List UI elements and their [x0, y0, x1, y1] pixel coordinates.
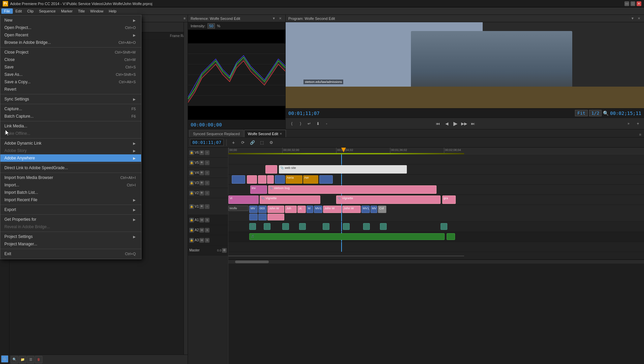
- program-ctrl-mark-in[interactable]: ⟨: [288, 120, 296, 127]
- menu-item-project-manager[interactable]: Project Manager...: [0, 240, 141, 248]
- program-ctrl-add[interactable]: +: [634, 120, 642, 127]
- program-ctrl-play[interactable]: ▶: [451, 120, 459, 127]
- track-s-a1[interactable]: S: [205, 218, 210, 222]
- scrollbar-thumb[interactable]: [235, 261, 269, 263]
- menu-item-import-batch[interactable]: Import Batch List...: [0, 189, 141, 196]
- close-button[interactable]: ✕: [637, 1, 641, 6]
- menu-title[interactable]: Title: [75, 8, 87, 14]
- track-eye-v6[interactable]: 👁: [199, 150, 204, 155]
- menu-item-link-media[interactable]: Link Media...: [0, 122, 141, 130]
- clip-v4-aerial-2[interactable]: Aer: [303, 175, 318, 184]
- clip-v2-vi-pre[interactable]: Vi: [228, 195, 259, 204]
- clip-v1-col[interactable]: Col: [378, 206, 386, 213]
- reference-panel-menu[interactable]: ▼: [271, 16, 277, 21]
- program-panel-menu[interactable]: ▼: [630, 16, 635, 21]
- clip-v1-003[interactable]: 003: [258, 206, 267, 213]
- audio-clip-a1-9[interactable]: [441, 223, 447, 230]
- clip-v4-2[interactable]: [247, 175, 257, 184]
- reference-panel-close[interactable]: ✕: [278, 16, 283, 21]
- track-s-a3[interactable]: S: [205, 238, 210, 243]
- menu-item-open-recent[interactable]: Open Recent ▶: [0, 31, 141, 39]
- ratio-label[interactable]: 1/2: [589, 110, 602, 116]
- clip-v1-mv3[interactable]: MV1_: [361, 206, 370, 213]
- program-ctrl-export[interactable]: ◦: [323, 120, 331, 127]
- track-lock-a2[interactable]: 🔒: [189, 228, 194, 233]
- timeline-scrollbar[interactable]: [228, 260, 644, 264]
- menu-item-import-recent[interactable]: Import Recent File ▶: [0, 196, 141, 204]
- clip-v4-3[interactable]: [258, 175, 266, 184]
- menu-item-new[interactable]: New ▶: [0, 17, 141, 24]
- timeline-panel-menu[interactable]: ≡: [638, 132, 643, 137]
- track-eye-v5[interactable]: 👁: [199, 160, 204, 165]
- track-eye-v1[interactable]: 👁: [199, 204, 204, 209]
- menu-item-close-project[interactable]: Close Project Ctrl+Shift+W: [0, 49, 141, 56]
- menu-window[interactable]: Window: [88, 8, 106, 14]
- clip-v3-inv[interactable]: Inv: [250, 185, 267, 194]
- track-mute-v1[interactable]: ○: [205, 204, 210, 209]
- program-ctrl-step-fwd[interactable]: ⏭: [469, 120, 477, 127]
- clip-website[interactable]: 📎 web site: [279, 165, 407, 174]
- track-lock-v2[interactable]: 🔒: [189, 191, 194, 195]
- menu-help[interactable]: Help: [106, 8, 119, 14]
- menu-item-close[interactable]: Close Ctrl+W: [0, 56, 141, 63]
- menu-item-sync-settings[interactable]: Sync Settings ▶: [0, 95, 141, 103]
- audio-clip-a1-4[interactable]: [299, 223, 306, 230]
- timeline-tracks[interactable]: 00;00 00;00;32;00 00;01;04;02 00;01;36;0…: [228, 148, 644, 364]
- scrollbar-vertical[interactable]: [184, 22, 188, 355]
- menu-marker[interactable]: Marker: [58, 8, 75, 14]
- track-mute-v2[interactable]: ○: [205, 191, 210, 195]
- tool-bottom[interactable]: G: [1, 355, 8, 363]
- clip-v4-5[interactable]: [275, 175, 285, 184]
- clip-vignette-1[interactable]: 📎 Vignette: [260, 195, 320, 204]
- program-ctrl-play-fwd[interactable]: ▶▶: [460, 120, 468, 127]
- track-mute-v3[interactable]: ○: [205, 181, 210, 185]
- track-mute-v5[interactable]: ○: [205, 160, 210, 165]
- menu-item-save[interactable]: Save Ctrl+S: [0, 63, 141, 71]
- program-ctrl-insert[interactable]: ↵: [305, 120, 313, 127]
- track-eye-v3[interactable]: 👁: [199, 181, 204, 185]
- clip-v1-mv2[interactable]: MV1: [314, 206, 322, 213]
- maximize-button[interactable]: □: [631, 1, 635, 6]
- timeline-sync[interactable]: ⟳: [239, 139, 247, 146]
- timeline-timecode[interactable]: 00:01:11;07: [190, 139, 224, 146]
- menu-item-open-project[interactable]: Open Project... Ctrl+O: [0, 24, 141, 31]
- track-lock-v5[interactable]: 🔒: [189, 160, 194, 165]
- intensity-value[interactable]: 50: [207, 23, 215, 29]
- list-btn[interactable]: ☰: [27, 356, 34, 363]
- timeline-settings[interactable]: ⚙: [267, 139, 275, 146]
- clip-v4-aerial-1[interactable]: Aeria: [286, 175, 302, 184]
- track-eye-v2[interactable]: 👁: [199, 191, 204, 195]
- menu-item-batch-capture[interactable]: Batch Capture... F6: [0, 113, 141, 120]
- timeline-nest[interactable]: ⬚: [258, 139, 266, 146]
- menu-item-save-as[interactable]: Save As... Ctrl+Shift+S: [0, 71, 141, 78]
- track-lock-v3[interactable]: 🔒: [189, 181, 194, 185]
- audio-clip-a2-main[interactable]: 🎵: [249, 233, 445, 240]
- program-ctrl-play-back[interactable]: ◀: [443, 120, 451, 127]
- clip-v5-small[interactable]: [265, 165, 277, 174]
- folder-btn[interactable]: 📁: [19, 356, 26, 363]
- menu-item-import[interactable]: Import... Ctrl+I: [0, 181, 141, 189]
- track-eye-v4[interactable]: 👁: [199, 171, 204, 175]
- track-lock-v4[interactable]: 🔒: [189, 171, 194, 175]
- program-ctrl-step-back[interactable]: ⏮: [434, 120, 442, 127]
- program-ctrl-more[interactable]: »: [624, 120, 633, 127]
- menu-sequence[interactable]: Sequence: [36, 8, 59, 14]
- search-btn[interactable]: 🔍: [11, 356, 18, 363]
- track-m-a3[interactable]: M: [199, 238, 204, 243]
- audio-clip-a1-2[interactable]: [264, 223, 270, 230]
- audio-clip-a1-7[interactable]: [363, 223, 370, 230]
- clip-v1-john2[interactable]: Joh: [285, 206, 297, 213]
- delete-btn[interactable]: 🗑: [35, 356, 42, 363]
- track-lock-a1[interactable]: 🔒: [189, 218, 194, 222]
- clip-v1-john3[interactable]: John W: [323, 206, 342, 213]
- program-ctrl-mark-out[interactable]: ⟩: [296, 120, 304, 127]
- audio-clip-a1-6[interactable]: [343, 223, 350, 230]
- menu-item-browse-bridge[interactable]: Browse in Adobe Bridge... Ctrl+Alt+O: [0, 39, 141, 46]
- clip-v1-mv4[interactable]: MV: [371, 206, 377, 213]
- menu-item-export[interactable]: Export ▶: [0, 206, 141, 213]
- clip-v4-1[interactable]: [232, 175, 245, 184]
- track-master-btn[interactable]: ⦿: [222, 248, 227, 253]
- clip-v1-john1[interactable]: John W: [267, 206, 284, 213]
- track-mute-v4[interactable]: ○: [205, 171, 210, 175]
- clip-v1-m[interactable]: M: [307, 206, 313, 213]
